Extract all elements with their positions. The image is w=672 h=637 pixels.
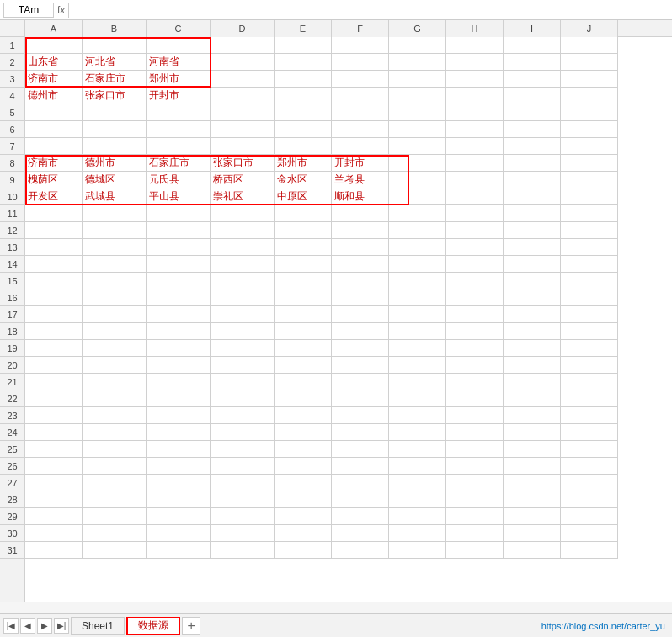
cell-D31[interactable] bbox=[211, 542, 275, 559]
cell-C17[interactable] bbox=[147, 306, 211, 323]
cell-A11[interactable] bbox=[25, 205, 83, 222]
cell-J26[interactable] bbox=[561, 458, 618, 475]
row-num-21[interactable]: 21 bbox=[0, 374, 24, 390]
col-header-E[interactable]: E bbox=[275, 20, 332, 37]
cell-C8[interactable]: 石家庄市 bbox=[147, 155, 211, 172]
cell-A12[interactable] bbox=[25, 222, 83, 239]
cell-G24[interactable] bbox=[389, 424, 446, 441]
cell-C29[interactable] bbox=[147, 508, 211, 525]
cell-I22[interactable] bbox=[504, 390, 561, 407]
cell-E21[interactable] bbox=[275, 374, 332, 390]
cell-F18[interactable] bbox=[332, 323, 389, 340]
cell-F11[interactable] bbox=[332, 205, 389, 222]
cell-J24[interactable] bbox=[561, 424, 618, 441]
cell-F26[interactable] bbox=[332, 458, 389, 475]
cell-J2[interactable] bbox=[561, 54, 618, 71]
cell-G9[interactable] bbox=[389, 172, 446, 188]
cell-G2[interactable] bbox=[389, 54, 446, 71]
cell-H18[interactable] bbox=[446, 323, 504, 340]
cell-B21[interactable] bbox=[83, 374, 147, 390]
cell-E8[interactable]: 郑州市 bbox=[275, 155, 332, 172]
cell-H27[interactable] bbox=[446, 475, 504, 491]
cell-J27[interactable] bbox=[561, 475, 618, 491]
cell-J20[interactable] bbox=[561, 357, 618, 374]
cell-B31[interactable] bbox=[83, 542, 147, 559]
cell-D15[interactable] bbox=[211, 273, 275, 289]
cell-F12[interactable] bbox=[332, 222, 389, 239]
cell-G23[interactable] bbox=[389, 407, 446, 424]
cell-H29[interactable] bbox=[446, 508, 504, 525]
col-header-H[interactable]: H bbox=[446, 20, 504, 37]
cell-H13[interactable] bbox=[446, 239, 504, 256]
cell-E25[interactable] bbox=[275, 441, 332, 458]
cell-G14[interactable] bbox=[389, 256, 446, 273]
cell-I24[interactable] bbox=[504, 424, 561, 441]
nav-next-btn[interactable]: ▶ bbox=[37, 618, 52, 634]
cell-D11[interactable] bbox=[211, 205, 275, 222]
cell-I21[interactable] bbox=[504, 374, 561, 390]
cell-C22[interactable] bbox=[147, 390, 211, 407]
cell-E31[interactable] bbox=[275, 542, 332, 559]
cell-A29[interactable] bbox=[25, 508, 83, 525]
cell-A5[interactable] bbox=[25, 104, 83, 121]
cell-C12[interactable] bbox=[147, 222, 211, 239]
col-header-J[interactable]: J bbox=[561, 20, 618, 37]
row-num-24[interactable]: 24 bbox=[0, 424, 24, 441]
cell-E3[interactable] bbox=[275, 71, 332, 88]
cell-D24[interactable] bbox=[211, 424, 275, 441]
cell-B14[interactable] bbox=[83, 256, 147, 273]
cell-I23[interactable] bbox=[504, 407, 561, 424]
cell-J14[interactable] bbox=[561, 256, 618, 273]
cell-F28[interactable] bbox=[332, 491, 389, 508]
cell-H20[interactable] bbox=[446, 357, 504, 374]
cell-J8[interactable] bbox=[561, 155, 618, 172]
cell-D4[interactable] bbox=[211, 88, 275, 104]
cell-I4[interactable] bbox=[504, 88, 561, 104]
cell-D13[interactable] bbox=[211, 239, 275, 256]
cell-B7[interactable] bbox=[83, 138, 147, 155]
cell-E14[interactable] bbox=[275, 256, 332, 273]
cell-F8[interactable]: 开封市 bbox=[332, 155, 389, 172]
cell-B13[interactable] bbox=[83, 239, 147, 256]
cell-B12[interactable] bbox=[83, 222, 147, 239]
cell-D2[interactable] bbox=[211, 54, 275, 71]
cell-J11[interactable] bbox=[561, 205, 618, 222]
cell-I16[interactable] bbox=[504, 289, 561, 306]
nav-last-btn[interactable]: ▶| bbox=[54, 618, 69, 634]
formula-input[interactable] bbox=[68, 3, 669, 18]
cell-C27[interactable] bbox=[147, 475, 211, 491]
cell-J4[interactable] bbox=[561, 88, 618, 104]
cell-D9[interactable]: 桥西区 bbox=[211, 172, 275, 188]
cell-J31[interactable] bbox=[561, 542, 618, 559]
cell-A30[interactable] bbox=[25, 525, 83, 542]
cell-J30[interactable] bbox=[561, 525, 618, 542]
cell-G3[interactable] bbox=[389, 71, 446, 88]
col-header-G[interactable]: G bbox=[389, 20, 446, 37]
cell-C15[interactable] bbox=[147, 273, 211, 289]
cell-C4[interactable]: 开封市 bbox=[147, 88, 211, 104]
cell-A9[interactable]: 槐荫区 bbox=[25, 172, 83, 188]
row-num-15[interactable]: 15 bbox=[0, 273, 24, 289]
cell-A22[interactable] bbox=[25, 390, 83, 407]
cell-G20[interactable] bbox=[389, 357, 446, 374]
cell-I3[interactable] bbox=[504, 71, 561, 88]
cell-J9[interactable] bbox=[561, 172, 618, 188]
cell-C11[interactable] bbox=[147, 205, 211, 222]
cell-I7[interactable] bbox=[504, 138, 561, 155]
cell-B27[interactable] bbox=[83, 475, 147, 491]
cell-I14[interactable] bbox=[504, 256, 561, 273]
sheet-tab-datasource[interactable]: 数据源 bbox=[126, 617, 180, 635]
cell-A10[interactable]: 开发区 bbox=[25, 188, 83, 205]
cell-H1[interactable] bbox=[446, 37, 504, 54]
cell-D14[interactable] bbox=[211, 256, 275, 273]
cell-B19[interactable] bbox=[83, 340, 147, 357]
cell-B20[interactable] bbox=[83, 357, 147, 374]
cell-D12[interactable] bbox=[211, 222, 275, 239]
cell-G31[interactable] bbox=[389, 542, 446, 559]
cell-A26[interactable] bbox=[25, 458, 83, 475]
cell-E17[interactable] bbox=[275, 306, 332, 323]
cell-A19[interactable] bbox=[25, 340, 83, 357]
cell-F27[interactable] bbox=[332, 475, 389, 491]
cell-F3[interactable] bbox=[332, 71, 389, 88]
sheet-tab-sheet1[interactable]: Sheet1 bbox=[71, 617, 125, 635]
